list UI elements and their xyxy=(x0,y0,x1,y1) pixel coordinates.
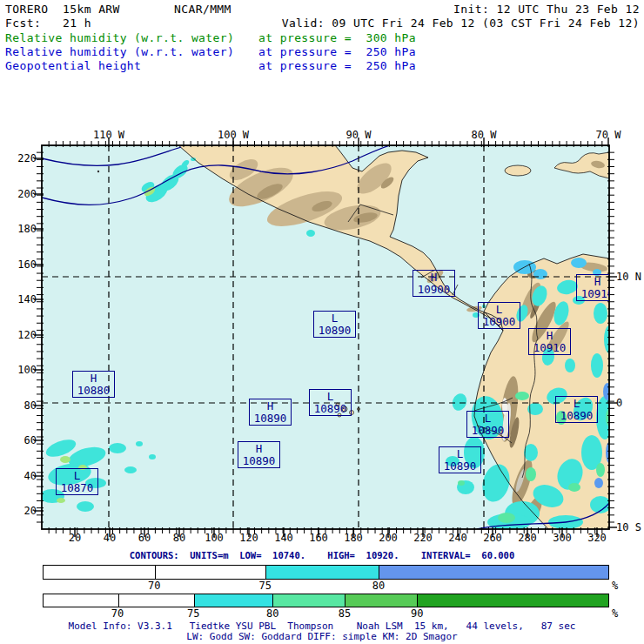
axis-label-gridpoint-x: 60 xyxy=(138,532,151,544)
marker-value: 10890 xyxy=(314,325,355,337)
axis-label-gridpoint-x: 200 xyxy=(379,532,398,544)
marker-value: 10910 xyxy=(577,288,609,300)
pressure-marker-h: H10900 xyxy=(413,270,455,297)
marker-value: 10880 xyxy=(73,385,114,397)
pressure-marker-l: L10900 xyxy=(478,302,520,329)
marker-value: 10900 xyxy=(413,284,454,296)
colorbar-rh-300hPa xyxy=(43,594,609,607)
marker-letter: H xyxy=(73,372,114,385)
axis-label-latitude: 10 S xyxy=(616,521,641,533)
colorbar-tick xyxy=(417,594,418,607)
marker-letter: L xyxy=(57,470,97,482)
marker-letter: L xyxy=(310,391,351,403)
colorbar-tick-label: 80 xyxy=(372,580,385,592)
colorbar-tick xyxy=(118,594,119,607)
axis-label-gridpoint-y: 80 xyxy=(2,399,37,412)
marker-letter: L xyxy=(467,413,508,425)
axis-label-latitude: 0 xyxy=(616,397,622,409)
pressure-marker-l: L10890 xyxy=(313,311,356,338)
colorbar-tick-label: 70 xyxy=(111,607,124,620)
axis-label-gridpoint-y: 40 xyxy=(2,470,37,482)
colorbar-tick xyxy=(155,566,156,579)
axis-label-gridpoint-y: 140 xyxy=(2,293,37,305)
marker-letter: L xyxy=(479,304,520,316)
marker-value: 10890 xyxy=(250,413,291,425)
axis-label-gridpoint-x: 20 xyxy=(69,532,81,544)
marker-letter: H xyxy=(577,276,609,288)
colorbar-unit-label: % xyxy=(612,580,618,592)
axis-label-longitude: 70 W xyxy=(596,129,621,141)
axis-label-longitude: 110 W xyxy=(93,129,124,141)
colorbar-tick-label: 90 xyxy=(411,607,423,620)
marker-letter: H xyxy=(529,330,570,342)
axis-label-gridpoint-x: 100 xyxy=(205,532,224,544)
weather-plot-page: TORERO 15km ARW NCAR/MMM Init: 12 UTC Th… xyxy=(0,0,644,644)
colorbar-segment xyxy=(379,566,608,579)
axis-label-gridpoint-y: 20 xyxy=(2,505,37,517)
marker-letter: L xyxy=(314,312,355,325)
colorbar-tick xyxy=(194,594,195,607)
marker-value: 10890 xyxy=(310,403,351,415)
axis-label-gridpoint-y: 200 xyxy=(2,188,37,200)
pressure-marker-l: L10870 xyxy=(56,468,98,495)
axis-label-gridpoint-x: 260 xyxy=(483,532,502,544)
marker-letter: H xyxy=(238,443,279,455)
colorbar-tick-label: 70 xyxy=(148,580,160,592)
marker-letter: H xyxy=(250,400,291,413)
axis-label-gridpoint-x: 280 xyxy=(518,532,537,544)
axis-label-gridpoint-x: 220 xyxy=(413,532,433,544)
colorbar-tick xyxy=(345,594,345,607)
colorbar-segment xyxy=(265,566,379,579)
axis-label-gridpoint-x: 40 xyxy=(104,532,116,544)
colorbar-tick xyxy=(272,594,273,607)
axis-label-gridpoint-x: 120 xyxy=(239,532,258,544)
axis-label-gridpoint-x: 80 xyxy=(173,532,185,544)
colorbar-segment xyxy=(194,594,273,607)
pressure-marker-l: L10890 xyxy=(309,389,352,416)
pressure-marker-l: L10890 xyxy=(555,396,598,423)
axis-label-gridpoint-y: 60 xyxy=(2,434,37,446)
axis-label-gridpoint-y: 100 xyxy=(2,364,37,376)
axis-label-gridpoint-x: 240 xyxy=(448,532,467,544)
marker-value: 10910 xyxy=(529,342,570,354)
height-marker-layer: H10900L10900H10910H10910L10890H10880L108… xyxy=(42,145,609,529)
pressure-marker-h: H10910 xyxy=(576,274,609,301)
colorbar-tick-label: 75 xyxy=(187,607,199,620)
pressure-marker-l: L10890 xyxy=(466,411,509,438)
marker-letter: L xyxy=(556,398,597,410)
pressure-marker-h: H10880 xyxy=(72,371,115,398)
marker-value: 10890 xyxy=(467,425,508,437)
colorbar-tick-label: 85 xyxy=(339,607,351,620)
marker-letter: L xyxy=(439,448,480,460)
axis-label-longitude: 100 W xyxy=(218,129,249,141)
colorbar-tick-label: 75 xyxy=(259,580,272,592)
colorbar-rh-250hPa xyxy=(43,565,609,580)
colorbar-unit-label: % xyxy=(612,607,618,620)
marker-value: 10890 xyxy=(238,455,279,467)
colorbar-tick xyxy=(265,566,266,579)
axis-label-gridpoint-x: 300 xyxy=(553,532,572,544)
axis-label-gridpoint-x: 320 xyxy=(587,532,607,544)
colorbar-tick-label: 80 xyxy=(266,607,278,620)
marker-value: 10870 xyxy=(57,482,97,494)
marker-letter: H xyxy=(413,272,454,284)
axis-label-gridpoint-x: 180 xyxy=(344,532,363,544)
pressure-marker-h: H10910 xyxy=(528,328,571,355)
contours-summary: CONTOURS: UNITS=m LOW= 10740. HIGH= 1092… xyxy=(130,550,515,560)
colorbar-segment xyxy=(345,594,417,607)
axis-label-gridpoint-x: 160 xyxy=(309,532,328,544)
axis-label-longitude: 90 W xyxy=(346,129,372,141)
model-info-line2: LW: Godd SW: Goddard DIFF: simple KM: 2D… xyxy=(186,631,457,642)
colorbar-segment xyxy=(272,594,344,607)
colorbar-segment xyxy=(417,594,608,607)
axis-label-gridpoint-y: 120 xyxy=(2,329,37,341)
axis-label-gridpoint-x: 140 xyxy=(274,532,293,544)
pressure-marker-h: H10890 xyxy=(249,399,292,426)
axis-label-gridpoint-y: 180 xyxy=(2,223,37,235)
marker-value: 10890 xyxy=(556,410,597,422)
axis-label-longitude: 80 W xyxy=(472,129,497,141)
marker-value: 10890 xyxy=(439,460,480,473)
axis-label-gridpoint-y: 160 xyxy=(2,258,37,271)
colorbar-tick xyxy=(379,566,379,579)
marker-value: 10900 xyxy=(479,316,520,328)
